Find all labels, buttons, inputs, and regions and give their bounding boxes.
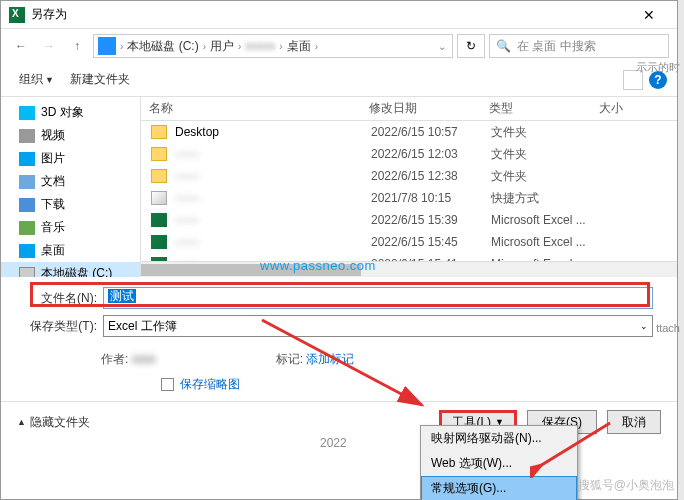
file-type: 文件夹 <box>491 124 601 141</box>
sidebar-item[interactable]: 图片 <box>1 147 140 170</box>
file-icon <box>151 213 167 227</box>
up-button[interactable]: ↑ <box>65 34 89 58</box>
file-type: 文件夹 <box>491 146 601 163</box>
sidebar-label: 图片 <box>41 150 65 167</box>
dropdown-item[interactable]: 常规选项(G)... <box>421 476 577 500</box>
toolbar: 组织▼ 新建文件夹 ? <box>1 63 677 97</box>
search-input[interactable]: 🔍 在 桌面 中搜索 <box>489 34 669 58</box>
crumb-blurred[interactable]: xxxxx <box>241 39 279 53</box>
file-rows: Desktop2022/6/15 10:57文件夹——2022/6/15 12:… <box>141 121 677 261</box>
author-value: xxxx <box>132 352 156 366</box>
sidebar-item[interactable]: 下载 <box>1 193 140 216</box>
nav-bar: ← → ↑ › 本地磁盘 (C:) › 用户 › xxxxx › 桌面 › ⌄ … <box>1 29 677 63</box>
file-list-area: 名称 修改日期 类型 大小 Desktop2022/6/15 10:57文件夹—… <box>141 97 677 277</box>
file-row[interactable]: ——2022/6/15 15:41Microsoft Excel ... <box>141 253 677 261</box>
folder-icon <box>19 152 35 166</box>
bg-year: 2022 <box>320 436 347 450</box>
sidebar-label: 下载 <box>41 196 65 213</box>
titlebar: 另存为 ✕ <box>1 1 677 29</box>
file-row[interactable]: ——2022/6/15 15:39Microsoft Excel ... <box>141 209 677 231</box>
bg-text-1: 示示的时 <box>636 60 680 75</box>
folder-icon <box>19 198 35 212</box>
forward-button[interactable]: → <box>37 34 61 58</box>
folder-icon <box>19 175 35 189</box>
dialog-title: 另存为 <box>31 6 629 23</box>
author-label: 作者: <box>101 352 128 366</box>
drive-icon <box>98 37 116 55</box>
close-button[interactable]: ✕ <box>629 7 669 23</box>
file-row[interactable]: ——2022/6/15 12:38文件夹 <box>141 165 677 187</box>
sidebar-item[interactable]: 3D 对象 <box>1 101 140 124</box>
file-date: 2022/6/15 15:39 <box>371 213 491 227</box>
sidebar-item[interactable]: 桌面 <box>1 239 140 262</box>
file-row[interactable]: Desktop2022/6/15 10:57文件夹 <box>141 121 677 143</box>
folder-icon <box>19 267 35 278</box>
file-date: 2022/6/15 10:57 <box>371 125 491 139</box>
crumb-users[interactable]: 用户 <box>206 38 238 55</box>
folder-icon <box>19 129 35 143</box>
excel-icon <box>9 7 25 23</box>
bottom-watermark: 搜狐号@小奥泡泡 <box>578 477 674 494</box>
file-icon <box>151 169 167 183</box>
col-type[interactable]: 类型 <box>481 100 591 117</box>
file-browser: 3D 对象视频图片文档下载音乐桌面本地磁盘 (C:)STORE (D:) 名称 … <box>1 97 677 277</box>
hide-folders-button[interactable]: ▲隐藏文件夹 <box>17 414 90 431</box>
cancel-button[interactable]: 取消 <box>607 410 661 434</box>
file-type: 快捷方式 <box>491 190 601 207</box>
file-icon <box>151 235 167 249</box>
sidebar-item[interactable]: 视频 <box>1 124 140 147</box>
form-area: 文件名(N): 测试 保存类型(T): Excel 工作簿⌄ <box>1 277 677 347</box>
file-row[interactable]: ——2021/7/8 10:15快捷方式 <box>141 187 677 209</box>
search-placeholder: 在 桌面 中搜索 <box>517 38 596 55</box>
file-icon <box>151 147 167 161</box>
file-type: Microsoft Excel ... <box>491 235 601 249</box>
sidebar-item[interactable]: 音乐 <box>1 216 140 239</box>
back-button[interactable]: ← <box>9 34 33 58</box>
file-name: —— <box>175 169 371 183</box>
dropdown-item[interactable]: 映射网络驱动器(N)... <box>421 426 577 451</box>
search-icon: 🔍 <box>496 39 511 53</box>
h-scrollbar[interactable] <box>141 261 677 277</box>
file-name: —— <box>175 191 371 205</box>
file-date: 2021/7/8 10:15 <box>371 191 491 205</box>
sidebar-item[interactable]: 文档 <box>1 170 140 193</box>
sidebar-label: 音乐 <box>41 219 65 236</box>
file-row[interactable]: ——2022/6/15 15:45Microsoft Excel ... <box>141 231 677 253</box>
file-row[interactable]: ——2022/6/15 12:03文件夹 <box>141 143 677 165</box>
sidebar-item[interactable]: 本地磁盘 (C:) <box>1 262 140 277</box>
crumb-root[interactable]: 本地磁盘 (C:) <box>123 38 202 55</box>
file-icon <box>151 191 167 205</box>
tag-add-link[interactable]: 添加标记 <box>306 352 354 366</box>
file-date: 2022/6/15 12:38 <box>371 169 491 183</box>
filename-input[interactable]: 测试 <box>103 287 653 309</box>
thumbnail-checkbox[interactable] <box>161 378 174 391</box>
file-name: —— <box>175 235 371 249</box>
bg-text-2: ttach <box>656 322 680 334</box>
thumbnail-label: 保存缩略图 <box>180 376 240 393</box>
col-name[interactable]: 名称 <box>141 100 361 117</box>
file-name: Desktop <box>175 125 371 139</box>
dropdown-item[interactable]: Web 选项(W)... <box>421 451 577 476</box>
meta-row: 作者: xxxx 标记: 添加标记 <box>1 347 677 372</box>
organize-button[interactable]: 组织▼ <box>11 67 62 92</box>
filetype-combo[interactable]: Excel 工作簿⌄ <box>103 315 653 337</box>
sidebar-label: 本地磁盘 (C:) <box>41 265 112 277</box>
refresh-button[interactable]: ↻ <box>457 34 485 58</box>
folder-icon <box>19 221 35 235</box>
thumbnail-row: 保存缩略图 <box>1 372 677 401</box>
file-name: —— <box>175 213 371 227</box>
col-size[interactable]: 大小 <box>591 100 677 117</box>
tag-label: 标记: <box>276 352 303 366</box>
new-folder-button[interactable]: 新建文件夹 <box>62 67 138 92</box>
crumb-desktop[interactable]: 桌面 <box>283 38 315 55</box>
sidebar-label: 文档 <box>41 173 65 190</box>
file-date: 2022/6/15 15:45 <box>371 235 491 249</box>
scroll-thumb[interactable] <box>141 264 361 276</box>
column-headers: 名称 修改日期 类型 大小 <box>141 97 677 121</box>
col-date[interactable]: 修改日期 <box>361 100 481 117</box>
folder-icon <box>19 106 35 120</box>
file-date: 2022/6/15 12:03 <box>371 147 491 161</box>
sidebar-label: 3D 对象 <box>41 104 84 121</box>
address-bar[interactable]: › 本地磁盘 (C:) › 用户 › xxxxx › 桌面 › ⌄ <box>93 34 453 58</box>
nav-sidebar: 3D 对象视频图片文档下载音乐桌面本地磁盘 (C:)STORE (D:) <box>1 97 141 277</box>
